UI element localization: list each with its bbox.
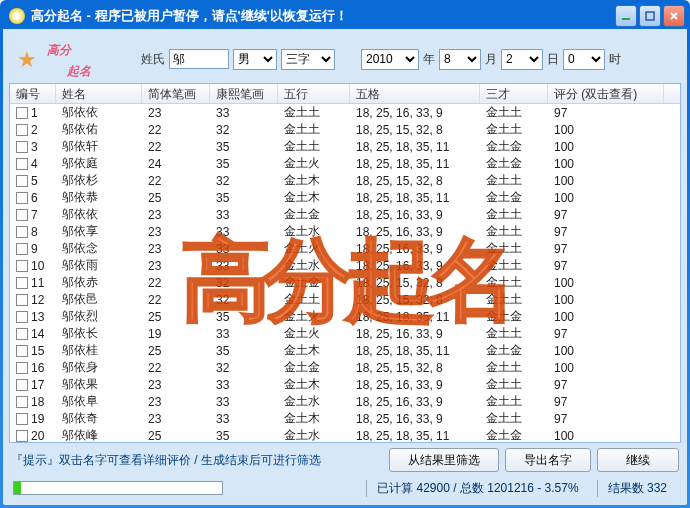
result-count-status: 结果数 332 <box>597 480 677 497</box>
day-label: 日 <box>547 51 559 68</box>
table-row[interactable]: 14邬依长1933金土火18, 25, 16, 33, 9金土土97 <box>10 325 680 342</box>
table-row[interactable]: 8邬依享2333金土水18, 25, 16, 33, 9金土土97 <box>10 223 680 240</box>
table-row[interactable]: 6邬依恭2535金土木18, 25, 18, 35, 11金土金100 <box>10 189 680 206</box>
client-area: 高分起名 姓氏 男 三字 2010 年 8 月 2 日 0 时 编号 姓名 <box>3 29 687 505</box>
table-row[interactable]: 7邬依依2333金土金18, 25, 16, 33, 9金土土97 <box>10 206 680 223</box>
row-checkbox[interactable] <box>16 345 28 357</box>
row-checkbox[interactable] <box>16 209 28 221</box>
surname-label: 姓氏 <box>141 51 165 68</box>
grid-header-row: 编号 姓名 简体笔画 康熙笔画 五行 五格 三才 评分 (双击查看) <box>10 84 680 104</box>
svg-rect-1 <box>646 12 654 20</box>
toolbar: 高分起名 姓氏 男 三字 2010 年 8 月 2 日 0 时 <box>9 35 681 83</box>
year-label: 年 <box>423 51 435 68</box>
footer-bar: 『提示』双击名字可查看详细评价 / 生成结束后可进行筛选 从结果里筛选 导出名字… <box>9 443 681 477</box>
table-row[interactable]: 15邬依桂2535金土木18, 25, 18, 35, 11金土金100 <box>10 342 680 359</box>
length-select[interactable]: 三字 <box>281 49 335 70</box>
row-checkbox[interactable] <box>16 175 28 187</box>
col-header-index[interactable]: 编号 <box>10 84 56 103</box>
col-header-sancai[interactable]: 三才 <box>480 84 548 103</box>
continue-button[interactable]: 继续 <box>597 448 679 472</box>
table-row[interactable]: 9邬依念2333金土火18, 25, 16, 33, 9金土土97 <box>10 240 680 257</box>
year-select[interactable]: 2010 <box>361 49 419 70</box>
progress-bar <box>13 481 223 495</box>
row-checkbox[interactable] <box>16 294 28 306</box>
table-row[interactable]: 19邬依奇2333金土木18, 25, 16, 33, 9金土土97 <box>10 410 680 427</box>
logo: 高分起名 <box>15 37 125 81</box>
results-grid: 编号 姓名 简体笔画 康熙笔画 五行 五格 三才 评分 (双击查看) 1邬依依2… <box>9 83 681 443</box>
hint-text: 『提示』双击名字可查看详细评价 / 生成结束后可进行筛选 <box>11 452 383 469</box>
row-checkbox[interactable] <box>16 430 28 442</box>
row-checkbox[interactable] <box>16 158 28 170</box>
row-checkbox[interactable] <box>16 311 28 323</box>
month-label: 月 <box>485 51 497 68</box>
row-checkbox[interactable] <box>16 243 28 255</box>
svg-rect-0 <box>622 18 630 20</box>
col-header-kangxi[interactable]: 康熙笔画 <box>210 84 278 103</box>
status-bar: 已计算 42900 / 总数 1201216 - 3.57% 结果数 332 <box>9 477 681 499</box>
table-row[interactable]: 18邬依阜2333金土水18, 25, 16, 33, 9金土土97 <box>10 393 680 410</box>
col-header-score[interactable]: 评分 (双击查看) <box>548 84 664 103</box>
logo-icon <box>15 45 43 73</box>
day-select[interactable]: 2 <box>501 49 543 70</box>
row-checkbox[interactable] <box>16 396 28 408</box>
table-row[interactable]: 2邬依佑2232金土土18, 25, 15, 32, 8金土土100 <box>10 121 680 138</box>
table-row[interactable]: 20邬依峰2535金土水18, 25, 18, 35, 11金土金100 <box>10 427 680 442</box>
table-row[interactable]: 3邬依轩2235金土土18, 25, 18, 35, 11金土金100 <box>10 138 680 155</box>
maximize-button[interactable] <box>639 5 661 27</box>
table-row[interactable]: 16邬依身2232金土金18, 25, 15, 32, 8金土土100 <box>10 359 680 376</box>
table-row[interactable]: 17邬依果2333金土木18, 25, 16, 33, 9金土土97 <box>10 376 680 393</box>
hour-label: 时 <box>609 51 621 68</box>
row-checkbox[interactable] <box>16 379 28 391</box>
table-row[interactable]: 12邬依邑2232金土土18, 25, 15, 32, 8金土土100 <box>10 291 680 308</box>
col-header-wuge[interactable]: 五格 <box>350 84 480 103</box>
table-row[interactable]: 11邬依赤2232金土金18, 25, 15, 32, 8金土土100 <box>10 274 680 291</box>
minimize-button[interactable] <box>615 5 637 27</box>
window-controls <box>615 5 685 27</box>
row-checkbox[interactable] <box>16 277 28 289</box>
table-row[interactable]: 5邬依杉2232金土木18, 25, 15, 32, 8金土土100 <box>10 172 680 189</box>
row-checkbox[interactable] <box>16 192 28 204</box>
col-header-simplified[interactable]: 简体笔画 <box>142 84 210 103</box>
col-header-wuxing[interactable]: 五行 <box>278 84 350 103</box>
row-checkbox[interactable] <box>16 362 28 374</box>
computed-status: 已计算 42900 / 总数 1201216 - 3.57% <box>366 480 589 497</box>
export-button[interactable]: 导出名字 <box>505 448 591 472</box>
grid-body[interactable]: 1邬依依2333金土土18, 25, 16, 33, 9金土土972邬依佑223… <box>10 104 680 442</box>
table-row[interactable]: 10邬依雨2333金土水18, 25, 16, 33, 9金土土97 <box>10 257 680 274</box>
app-icon <box>9 8 25 24</box>
col-header-name[interactable]: 姓名 <box>56 84 142 103</box>
row-checkbox[interactable] <box>16 226 28 238</box>
table-row[interactable]: 1邬依依2333金土土18, 25, 16, 33, 9金土土97 <box>10 104 680 121</box>
filter-button[interactable]: 从结果里筛选 <box>389 448 499 472</box>
titlebar: 高分起名 - 程序已被用户暂停，请点'继续'以恢复运行！ <box>3 3 687 29</box>
row-checkbox[interactable] <box>16 107 28 119</box>
hour-select[interactable]: 0 <box>563 49 605 70</box>
row-checkbox[interactable] <box>16 260 28 272</box>
table-row[interactable]: 4邬依庭2435金土火18, 25, 18, 35, 11金土金100 <box>10 155 680 172</box>
logo-text: 高分起名 <box>47 38 91 80</box>
row-checkbox[interactable] <box>16 141 28 153</box>
table-row[interactable]: 13邬依烈2535金土火18, 25, 18, 35, 11金土金100 <box>10 308 680 325</box>
surname-input[interactable] <box>169 49 229 69</box>
close-button[interactable] <box>663 5 685 27</box>
window-title: 高分起名 - 程序已被用户暂停，请点'继续'以恢复运行！ <box>31 7 615 25</box>
row-checkbox[interactable] <box>16 124 28 136</box>
progress-fill <box>14 482 21 494</box>
row-checkbox[interactable] <box>16 328 28 340</box>
row-checkbox[interactable] <box>16 413 28 425</box>
gender-select[interactable]: 男 <box>233 49 277 70</box>
month-select[interactable]: 8 <box>439 49 481 70</box>
input-row: 姓氏 男 三字 2010 年 8 月 2 日 0 时 <box>141 49 621 70</box>
app-window: 高分起名 - 程序已被用户暂停，请点'继续'以恢复运行！ 高分起名 姓氏 男 三… <box>0 0 690 508</box>
